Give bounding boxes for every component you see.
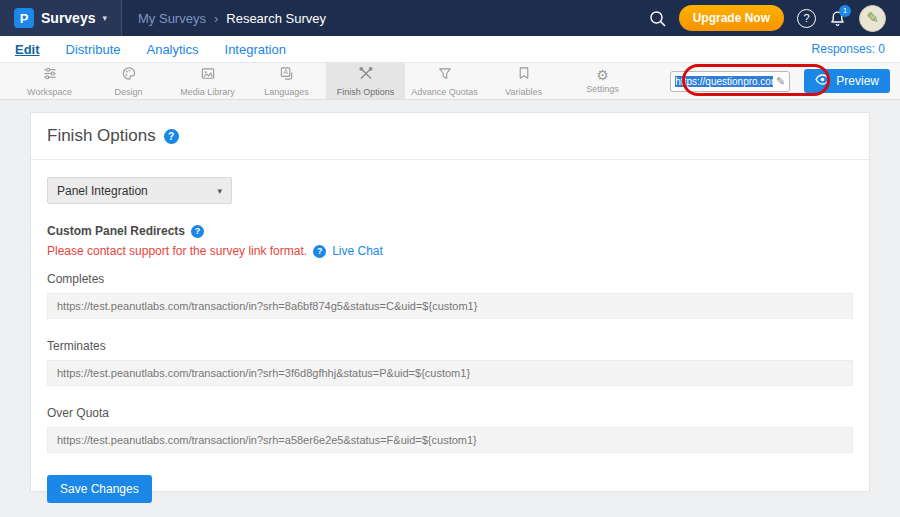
card-title-row: Finish Options ? [31, 113, 869, 160]
page-content: Finish Options ? Panel Integration ▾ Cus… [0, 100, 900, 492]
field-label: Completes [47, 272, 853, 286]
toolbar-label: Design [114, 87, 142, 97]
toolbar-item-design[interactable]: Design [89, 63, 168, 99]
tab-integration[interactable]: Integration [225, 42, 286, 57]
workspace-icon [42, 66, 58, 85]
support-note-row: Please contact support for the survey li… [47, 244, 853, 258]
toolbar-label: Media Library [180, 87, 235, 97]
panel-integration-select[interactable]: Panel Integration ▾ [47, 177, 232, 204]
svg-text:A: A [283, 68, 288, 75]
toolbar-item-finish-options[interactable]: Finish Options [326, 63, 405, 99]
product-switcher[interactable]: P Surveys ▾ [0, 0, 122, 36]
save-changes-button[interactable]: Save Changes [47, 475, 152, 503]
toolbar-label: Languages [264, 87, 309, 97]
edit-url-pencil-icon[interactable]: ✎ [776, 75, 785, 88]
redirects-help-icon[interactable]: ? [191, 225, 204, 238]
page-title: Finish Options [47, 126, 156, 146]
search-icon[interactable] [649, 10, 666, 27]
toolbar-label: Workspace [27, 87, 72, 97]
toolbar-item-settings[interactable]: ⚙ Settings [563, 63, 642, 99]
survey-url-selected-text: https://questionpro.com/t/A [675, 76, 773, 87]
toolbar-item-languages[interactable]: A Languages [247, 63, 326, 99]
responses-count: Responses: 0 [812, 42, 885, 56]
main-nav: Edit Distribute Analytics Integration Re… [0, 36, 900, 63]
questionpro-logo-icon: P [14, 8, 34, 28]
live-chat-link[interactable]: Live Chat [332, 244, 383, 258]
funnel-icon [437, 66, 453, 85]
breadcrumb: My Surveys › Research Survey [138, 11, 326, 26]
preview-button[interactable]: Preview [804, 69, 890, 93]
field-label: Terminates [47, 339, 853, 353]
toolbar-item-variables[interactable]: Variables [484, 63, 563, 99]
image-icon [200, 66, 216, 85]
gear-icon: ⚙ [596, 68, 609, 82]
edit-toolbar: Workspace Design Media Library A Languag… [0, 63, 900, 100]
flag-icon [516, 66, 532, 85]
field-group-completes: Completes https://test.peanutlabs.com/tr… [47, 272, 853, 319]
toolbar-label: Advance Quotas [411, 87, 478, 97]
terminates-url-input[interactable]: https://test.peanutlabs.com/transaction/… [47, 360, 853, 386]
breadcrumb-my-surveys[interactable]: My Surveys [138, 11, 206, 26]
breadcrumb-separator-icon: › [214, 11, 218, 26]
over-quota-url-input[interactable]: https://test.peanutlabs.com/transaction/… [47, 427, 853, 453]
tab-analytics[interactable]: Analytics [146, 42, 198, 57]
toolbar-item-advance-quotas[interactable]: Advance Quotas [405, 63, 484, 99]
finish-options-help-icon[interactable]: ? [164, 129, 179, 144]
preview-label: Preview [836, 74, 879, 88]
toolbar-label: Variables [505, 87, 542, 97]
header-actions: Upgrade Now ? 1 ✎ [649, 5, 900, 32]
section-heading-text: Custom Panel Redirects [47, 224, 185, 238]
toolbar-label: Finish Options [337, 87, 395, 97]
support-note-text: Please contact support for the survey li… [47, 244, 307, 258]
toolbar-item-workspace[interactable]: Workspace [10, 63, 89, 99]
panel-select-value: Panel Integration [57, 184, 148, 198]
eye-icon [815, 74, 830, 88]
field-group-over-quota: Over Quota https://test.peanutlabs.com/t… [47, 406, 853, 453]
tab-distribute[interactable]: Distribute [66, 42, 121, 57]
notification-count-badge: 1 [839, 5, 851, 17]
notifications-bell-icon[interactable]: 1 [829, 10, 846, 27]
section-heading-row: Custom Panel Redirects ? [47, 224, 853, 238]
help-icon[interactable]: ? [797, 9, 816, 28]
toolbar-item-media-library[interactable]: Media Library [168, 63, 247, 99]
product-name: Surveys [41, 10, 95, 26]
upgrade-now-button[interactable]: Upgrade Now [679, 5, 784, 31]
toolbar-label: Settings [586, 84, 619, 94]
field-group-terminates: Terminates https://test.peanutlabs.com/t… [47, 339, 853, 386]
live-chat-icon[interactable]: ? [313, 245, 326, 258]
finish-options-card: Finish Options ? Panel Integration ▾ Cus… [30, 112, 870, 492]
avatar[interactable]: ✎ [859, 5, 886, 32]
card-body: Panel Integration ▾ Custom Panel Redirec… [31, 160, 869, 517]
crossed-tools-icon [358, 66, 374, 85]
completes-url-input[interactable]: https://test.peanutlabs.com/transaction/… [47, 293, 853, 319]
tab-edit[interactable]: Edit [15, 42, 40, 57]
survey-url-input[interactable]: https://questionpro.com/t/A ✎ [670, 71, 790, 92]
chevron-down-icon: ▾ [217, 186, 222, 196]
chevron-down-icon: ▾ [102, 13, 107, 23]
top-header: P Surveys ▾ My Surveys › Research Survey… [0, 0, 900, 36]
field-label: Over Quota [47, 406, 853, 420]
breadcrumb-current-survey: Research Survey [226, 11, 326, 26]
translate-icon: A [279, 66, 295, 85]
palette-icon [121, 66, 137, 85]
